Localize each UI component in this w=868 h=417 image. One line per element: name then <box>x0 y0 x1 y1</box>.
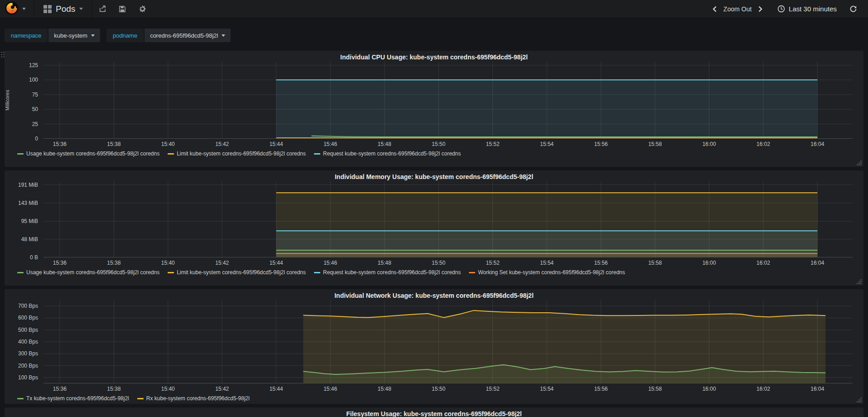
refresh-button[interactable] <box>844 0 863 18</box>
x-tick-label: 15:58 <box>642 386 668 392</box>
x-tick-label: 15:38 <box>101 260 126 266</box>
grafana-logo-button[interactable] <box>0 0 34 18</box>
x-tick-label: 15:40 <box>155 260 181 266</box>
y-tick-label: 95 MiB <box>5 218 38 224</box>
legend-item[interactable]: Working Set kube-system coredns-695f96dc… <box>469 269 625 276</box>
y-tick-label: 100 Bps <box>5 374 38 381</box>
legend-label: Request kube-system coredns-695f96dcd5-9… <box>323 150 461 157</box>
x-tick-label: 15:44 <box>264 141 289 147</box>
x-tick-label: 16:00 <box>696 386 722 392</box>
plot-canvas[interactable] <box>43 62 853 139</box>
variable-namespace-value-dropdown[interactable]: kube-system <box>48 29 100 42</box>
x-tick-label: 15:42 <box>209 141 235 147</box>
x-tick-label: 16:00 <box>696 260 722 266</box>
legend-item[interactable]: Request kube-system coredns-695f96dcd5-9… <box>314 269 461 276</box>
chart-area[interactable]: 0 B48 MiB95 MiB143 MiB191 MiB15:3615:381… <box>43 181 853 257</box>
y-tick-label: 700 Bps <box>5 303 38 309</box>
x-tick-label: 15:42 <box>209 260 235 266</box>
x-tick-label: 15:40 <box>155 386 181 392</box>
chart-area[interactable]: 100 Bps200 Bps300 Bps400 Bps500 Bps600 B… <box>43 300 853 383</box>
panel-resize-grip[interactable] <box>856 278 862 285</box>
legend-swatch <box>469 272 475 273</box>
x-tick-label: 16:04 <box>805 141 830 147</box>
save-button[interactable] <box>112 0 132 18</box>
x-tick-label: 15:58 <box>642 260 668 266</box>
x-tick-label: 16:02 <box>751 260 776 266</box>
panel-resize-grip[interactable] <box>856 397 862 403</box>
panel-filesystem-usage-kube-system-coredns-695: Filesystem Usage: kube-system coredns-69… <box>5 407 863 417</box>
panel-title[interactable]: Individual Network Usage: kube-system co… <box>5 289 863 300</box>
zoom-out-button[interactable]: Zoom Out <box>723 5 752 13</box>
legend-item[interactable]: Request kube-system coredns-695f96dcd5-9… <box>314 150 461 157</box>
x-tick-label: 15:56 <box>588 260 613 266</box>
panel-title[interactable]: Individual Memory Usage: kube-system cor… <box>5 170 863 181</box>
x-tick-label: 15:38 <box>101 386 126 392</box>
refresh-icon <box>849 5 857 13</box>
variable-namespace-label: namespace <box>5 29 48 42</box>
dashboard-picker[interactable]: Pods <box>34 0 92 18</box>
x-tick-label: 15:46 <box>318 260 343 266</box>
y-tick-label: 600 Bps <box>5 315 38 321</box>
legend-swatch <box>137 398 144 399</box>
legend-swatch <box>168 272 174 273</box>
x-tick-label: 15:40 <box>155 141 181 147</box>
legend-swatch <box>314 153 320 155</box>
x-tick-label: 15:58 <box>642 141 668 147</box>
x-tick-label: 15:52 <box>480 141 506 147</box>
legend: Tx kube-system coredns-695f96dcd5-98j2lR… <box>17 395 250 402</box>
y-tick-label: 300 Bps <box>5 350 38 357</box>
row-drag-handle[interactable] <box>1 52 5 58</box>
x-tick-label: 15:42 <box>209 386 235 392</box>
x-tick-label: 15:48 <box>372 141 397 147</box>
y-tick-label: 191 MiB <box>5 182 38 188</box>
variable-podname-value-dropdown[interactable]: coredns-695f96dcd5-98j2l <box>145 29 231 42</box>
share-icon <box>99 5 106 13</box>
variable-namespace-value: kube-system <box>54 32 87 39</box>
x-tick-label: 15:52 <box>480 386 506 392</box>
grafana-logo-icon <box>5 1 19 17</box>
chart-area[interactable]: Millicores025507510012515:3615:3815:4015… <box>43 62 853 139</box>
x-tick-label: 15:54 <box>534 260 559 266</box>
panel-title[interactable]: Individual CPU Usage: kube-system coredn… <box>5 51 863 62</box>
time-shift-left-button[interactable] <box>712 6 717 12</box>
variable-podname: podname coredns-695f96dcd5-98j2l <box>106 29 231 42</box>
legend-swatch <box>17 272 24 273</box>
time-shift-right-button[interactable] <box>758 6 763 12</box>
y-tick-label: 400 Bps <box>5 339 38 345</box>
save-icon <box>119 5 126 13</box>
legend-item[interactable]: Usage kube-system coredns-695f96dcd5-98j… <box>17 150 159 157</box>
y-tick-label: 100 <box>5 77 38 83</box>
legend-item[interactable]: Limit kube-system coredns-695f96dcd5-98j… <box>168 269 306 276</box>
plot-canvas[interactable] <box>43 181 853 257</box>
legend-label: Tx kube-system coredns-695f96dcd5-98j2l <box>26 395 129 402</box>
x-tick-label: 15:36 <box>47 141 72 147</box>
plot-canvas[interactable] <box>43 300 853 383</box>
panel-resize-grip[interactable] <box>856 160 862 166</box>
legend-item[interactable]: Usage kube-system coredns-695f96dcd5-98j… <box>17 269 159 276</box>
x-tick-label: 16:04 <box>805 260 830 266</box>
x-tick-label: 15:56 <box>588 141 613 147</box>
template-variables: namespace kube-system podname coredns-69… <box>5 29 231 42</box>
legend-label: Working Set kube-system coredns-695f96dc… <box>478 269 625 276</box>
x-tick-label: 15:38 <box>101 141 126 147</box>
x-tick-label: 15:48 <box>372 386 397 392</box>
legend-item[interactable]: Rx kube-system coredns-695f96dcd5-98j2l <box>137 395 250 402</box>
legend-swatch <box>168 153 174 155</box>
x-tick-label: 15:54 <box>534 141 559 147</box>
x-tick-label: 16:02 <box>751 141 776 147</box>
panel-title[interactable]: Filesystem Usage: kube-system coredns-69… <box>5 407 863 417</box>
legend-item[interactable]: Tx kube-system coredns-695f96dcd5-98j2l <box>17 395 129 402</box>
y-tick-label: 25 <box>5 121 38 127</box>
panel-individual-network-usage-kube-system-cor: Individual Network Usage: kube-system co… <box>5 289 863 404</box>
x-tick-label: 15:36 <box>47 260 72 266</box>
variable-namespace: namespace kube-system <box>5 29 100 42</box>
chevron-right-icon <box>758 6 763 12</box>
x-tick-label: 15:50 <box>426 386 451 392</box>
time-range-picker[interactable]: Last 30 minutes <box>770 0 844 18</box>
legend-item[interactable]: Limit kube-system coredns-695f96dcd5-98j… <box>168 150 306 157</box>
x-tick-label: 15:50 <box>426 141 451 147</box>
legend-swatch <box>17 398 24 399</box>
time-range-label: Last 30 minutes <box>789 5 837 13</box>
share-button[interactable] <box>92 0 112 18</box>
settings-button[interactable] <box>132 0 152 18</box>
